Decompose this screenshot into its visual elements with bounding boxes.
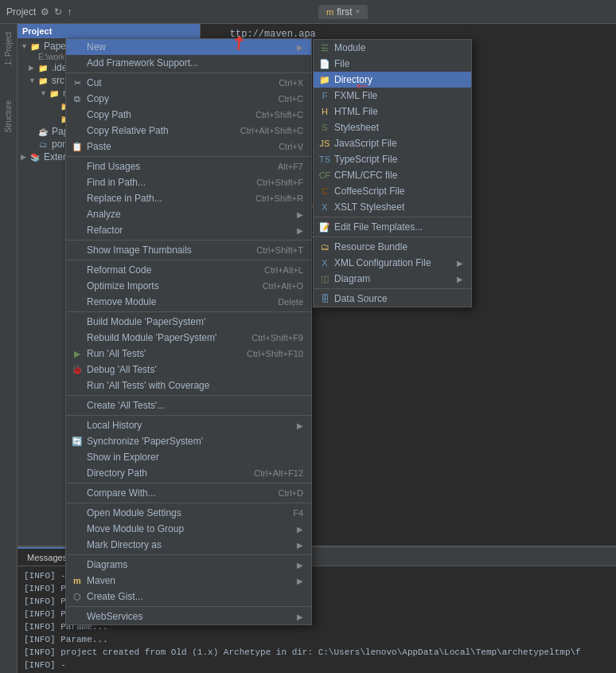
shortcut: Ctrl+X — [279, 78, 303, 88]
menu-label: Open Module Settings — [87, 507, 285, 518]
menu-item-cut[interactable]: ✂ Cut Ctrl+X — [66, 75, 311, 91]
menu-label: Diagrams — [87, 559, 294, 570]
js-icon: JS — [318, 139, 331, 148]
menu-label: Rebuild Module 'PaperSystem' — [87, 332, 244, 343]
menu-item-directory-path[interactable]: Directory Path Ctrl+Alt+F12 — [66, 465, 311, 481]
menu-label: Cut — [87, 77, 271, 88]
sync-icon: 🔄 — [71, 436, 84, 447]
submenu-item-typescript[interactable]: TS TypeScript File — [314, 151, 471, 167]
file-tab-icon: m — [326, 7, 333, 17]
menu-item-rebuild-module[interactable]: Rebuild Module 'PaperSystem' Ctrl+Shift+… — [66, 330, 311, 346]
menu-item-show-thumbnails[interactable]: Show Image Thumbnails Ctrl+Shift+T — [66, 242, 311, 258]
log-line: [INFO] Parame... — [24, 633, 610, 646]
menu-label: Move Module to Group — [87, 523, 294, 534]
submenu-item-xslt[interactable]: X XSLT Stylesheet — [314, 199, 471, 215]
menu-separator — [66, 240, 311, 241]
menu-item-maven[interactable]: m Maven ▶ — [66, 573, 311, 589]
submenu-label: CFML/CFC file — [334, 170, 463, 181]
maven-icon: m — [71, 576, 84, 585]
menu-item-webservices[interactable]: WebServices ▶ — [66, 608, 311, 624]
menu-label: Create Gist... — [87, 591, 303, 602]
submenu-item-file[interactable]: 📄 File — [314, 56, 471, 72]
submenu-arrow-icon: ▶ — [297, 210, 303, 219]
submenu-label: Edit File Templates... — [334, 221, 463, 233]
submenu-item-stylesheet[interactable]: S Stylesheet — [314, 119, 471, 135]
submenu-item-coffeescript[interactable]: C CoffeeScript File — [314, 183, 471, 199]
menu-label: Add Framework Support... — [87, 57, 303, 68]
menu-item-find-in-path[interactable]: Find in Path... Ctrl+Shift+F — [66, 174, 311, 190]
menu-item-optimize-imports[interactable]: Optimize Imports Ctrl+Alt+O — [66, 278, 311, 294]
menu-item-diagrams[interactable]: Diagrams ▶ — [66, 557, 311, 573]
menu-item-copy-relative[interactable]: Copy Relative Path Ctrl+Alt+Shift+C — [66, 123, 311, 139]
gist-icon: ⬡ — [71, 592, 84, 602]
menu-item-build-module[interactable]: Build Module 'PaperSystem' — [66, 314, 311, 330]
submenu-item-xml-config[interactable]: X XML Configuration File ▶ — [314, 255, 471, 271]
menu-separator — [66, 483, 311, 483]
submenu-item-module[interactable]: ☰ Module — [314, 40, 471, 56]
submenu-arrow-icon: ▶ — [297, 226, 303, 235]
top-icon-up[interactable]: ↑ — [67, 6, 72, 18]
tree-label: src — [52, 75, 64, 86]
submenu-item-diagram[interactable]: ◫ Diagram ▶ — [314, 271, 471, 287]
menu-item-move-module[interactable]: Move Module to Group ▶ — [66, 521, 311, 537]
close-icon[interactable]: × — [356, 7, 361, 16]
menu-separator — [66, 554, 311, 555]
top-bar: Project ⚙ ↻ ↑ m first × — [0, 0, 616, 24]
submenu-item-html[interactable]: H HTML File — [314, 104, 471, 119]
menu-item-add-framework[interactable]: Add Framework Support... — [66, 55, 311, 71]
submenu-item-resource-bundle[interactable]: 🗂 Resource Bundle — [314, 239, 471, 255]
folder-icon: 📁 — [48, 88, 60, 99]
xml-icon: 🗂 — [37, 139, 49, 150]
menu-label: Mark Directory as — [87, 539, 294, 550]
menu-item-reformat[interactable]: Reformat Code Ctrl+Alt+L — [66, 262, 311, 278]
run-icon: ▶ — [71, 349, 84, 359]
menu-item-run-all-tests[interactable]: ▶ Run 'All Tests' Ctrl+Shift+F10 — [66, 346, 311, 362]
menu-item-copy[interactable]: ⧉ Copy Ctrl+C — [66, 91, 311, 107]
menu-item-paste[interactable]: 📋 Paste Ctrl+V — [66, 139, 311, 155]
shortcut: Ctrl+D — [279, 488, 303, 498]
menu-item-mark-directory[interactable]: Mark Directory as ▶ — [66, 537, 311, 553]
submenu-label: JavaScript File — [334, 138, 463, 149]
submenu-item-directory[interactable]: 📁 Directory — [314, 72, 471, 88]
sidebar-tab-structure[interactable]: Structure — [2, 96, 14, 138]
submenu-item-cfml[interactable]: CF CFML/CFC file — [314, 167, 471, 183]
menu-item-replace-in-path[interactable]: Replace in Path... Ctrl+Shift+R — [66, 190, 311, 206]
menu-item-new[interactable]: New ▶ ☰ Module 📄 File 📁 Directory — [66, 39, 311, 55]
menu-item-create-gist[interactable]: ⬡ Create Gist... — [66, 589, 311, 605]
top-icon-sync[interactable]: ↻ — [54, 6, 62, 18]
menu-item-open-module-settings[interactable]: Open Module Settings F4 — [66, 505, 311, 521]
menu-label: Local History — [87, 420, 294, 431]
menu-item-local-history[interactable]: Local History ▶ — [66, 417, 311, 433]
menu-item-find-usages[interactable]: Find Usages Alt+F7 — [66, 158, 311, 174]
submenu-label: File — [334, 58, 463, 69]
menu-separator — [66, 415, 311, 416]
expand-arrow: ▼ — [40, 89, 48, 97]
menu-item-show-explorer[interactable]: Show in Explorer — [66, 449, 311, 465]
file-icon: 📄 — [318, 59, 331, 69]
menu-label: WebServices — [87, 611, 294, 622]
menu-item-debug-all-tests[interactable]: 🐞 Debug 'All Tests' — [66, 362, 311, 378]
menu-item-compare-with[interactable]: Compare With... Ctrl+D — [66, 485, 311, 501]
menu-item-remove-module[interactable]: Remove Module Delete — [66, 294, 311, 310]
file-tab-first[interactable]: m first × — [318, 5, 368, 19]
submenu-arrow-icon: ▶ — [297, 541, 303, 550]
sidebar-tab-project[interactable]: 1: Project — [2, 27, 14, 70]
menu-label: Create 'All Tests'... — [87, 400, 303, 411]
shortcut: Ctrl+Shift+C — [255, 110, 303, 119]
menu-item-run-coverage[interactable]: Run 'All Tests' with Coverage — [66, 378, 311, 393]
menu-item-refactor[interactable]: Refactor ▶ — [66, 222, 311, 238]
menu-item-synchronize[interactable]: 🔄 Synchronize 'PaperSystem' — [66, 433, 311, 449]
top-icon-settings[interactable]: ⚙ — [41, 6, 49, 18]
submenu-item-fxml[interactable]: F FXML File — [314, 88, 471, 104]
submenu-item-data-source[interactable]: 🗄 Data Source — [314, 291, 471, 307]
submenu-item-edit-templates[interactable]: 📝 Edit File Templates... — [314, 219, 471, 235]
menu-item-create-tests[interactable]: Create 'All Tests'... — [66, 397, 311, 413]
menu-item-copy-path[interactable]: Copy Path Ctrl+Shift+C — [66, 107, 311, 123]
menu-label: Copy — [87, 93, 271, 104]
folder-icon: 📁 — [37, 62, 49, 73]
submenu-label: Directory — [334, 74, 463, 85]
menu-item-analyze[interactable]: Analyze ▶ — [66, 206, 311, 222]
menu-label: Copy Path — [87, 109, 248, 120]
submenu-item-javascript[interactable]: JS JavaScript File — [314, 135, 471, 151]
submenu-separator — [314, 217, 471, 217]
